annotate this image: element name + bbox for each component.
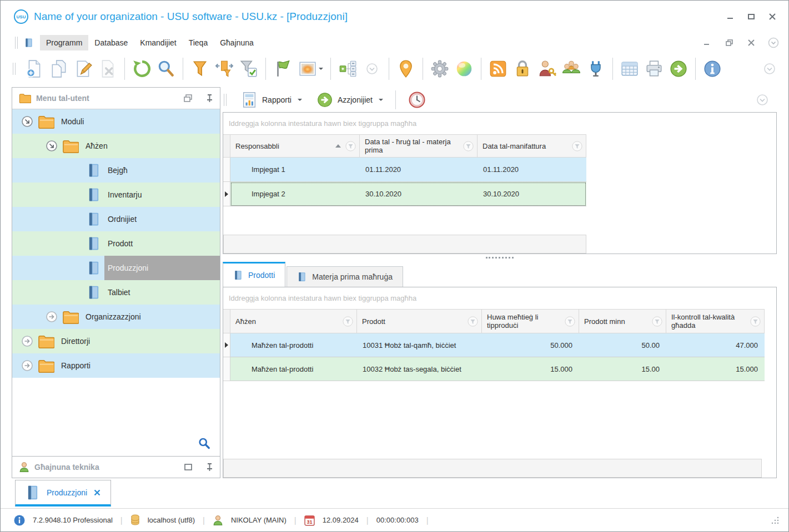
collapse-node-icon[interactable] bbox=[20, 114, 34, 129]
tech-support-header[interactable]: Għajnuna teknika bbox=[12, 456, 220, 478]
splitter-handle[interactable] bbox=[223, 254, 777, 261]
filter-funnel-icon[interactable] bbox=[750, 316, 761, 327]
edit-document-button[interactable] bbox=[72, 57, 94, 81]
menu-item-tieqa[interactable]: Tieqa bbox=[183, 35, 214, 50]
column-header-data-hrug[interactable]: Data tal - ħruġ tal - materja prima bbox=[360, 134, 478, 158]
toolbar-grip[interactable] bbox=[15, 37, 18, 49]
tree-view-button[interactable] bbox=[336, 57, 359, 81]
toolbar-overflow-icon[interactable] bbox=[758, 57, 781, 81]
pin-icon[interactable] bbox=[206, 94, 213, 103]
tree-item-inventarju[interactable]: Inventarju bbox=[12, 183, 220, 207]
print-button[interactable] bbox=[643, 57, 665, 81]
lock-button[interactable] bbox=[511, 57, 534, 81]
document-tab-produzzjoni[interactable]: Produzzjoni bbox=[15, 480, 111, 506]
new-document-button[interactable] bbox=[23, 57, 46, 81]
filter-funnel-icon[interactable] bbox=[468, 316, 478, 327]
filter-funnel-icon[interactable] bbox=[343, 316, 353, 327]
table-row[interactable]: Maħżen tal-prodotti 10031 Ħobż tal-qamħ,… bbox=[223, 333, 776, 357]
filter-funnel-icon[interactable] bbox=[572, 141, 582, 151]
minimize-button[interactable] bbox=[724, 11, 736, 23]
tree-search-icon[interactable] bbox=[198, 437, 211, 450]
mdi-restore-button[interactable] bbox=[723, 37, 735, 49]
menu-item-database[interactable]: Database bbox=[88, 35, 134, 50]
users-group-button[interactable] bbox=[560, 57, 582, 81]
tree-item-rapporti[interactable]: Rapporti bbox=[12, 353, 220, 378]
table-row-selected[interactable]: Impjegat 2 30.10.2020 30.10.2020 bbox=[223, 182, 776, 206]
menubar-overflow-icon[interactable] bbox=[767, 37, 780, 49]
column-header-huwa-mehtieg[interactable]: Huwa meħtieġ li tipproduċi bbox=[482, 309, 579, 333]
filter-funnel-icon[interactable] bbox=[565, 316, 575, 327]
go-arrow-icon bbox=[669, 59, 688, 78]
tree-item-prodott[interactable]: Prodott bbox=[12, 231, 220, 256]
timer-button[interactable] bbox=[403, 89, 431, 111]
filter-range-button[interactable] bbox=[213, 57, 235, 81]
tree-item-produzzjoni[interactable]: Produzzjoni bbox=[12, 256, 220, 280]
colors-button[interactable] bbox=[453, 57, 475, 81]
toolbar-grip[interactable] bbox=[224, 94, 227, 106]
delete-document-button[interactable] bbox=[97, 57, 119, 81]
table-row[interactable]: Maħżen tal-prodotti 10032 Ħobż tas-segal… bbox=[223, 357, 776, 381]
close-tab-icon[interactable] bbox=[94, 489, 100, 496]
rapporti-button[interactable]: Rapporti bbox=[235, 89, 308, 111]
table-button[interactable] bbox=[619, 57, 641, 81]
tree-item-ahzen[interactable]: Aħżen bbox=[12, 134, 220, 158]
mdi-minimize-button[interactable] bbox=[701, 37, 713, 49]
image-dropdown-caret[interactable] bbox=[319, 68, 323, 70]
image-button[interactable] bbox=[296, 57, 325, 81]
rss-icon bbox=[489, 59, 507, 78]
toolbar-grip[interactable] bbox=[13, 63, 16, 75]
actionbar-overflow-icon[interactable] bbox=[751, 88, 773, 112]
tree-item-ordnijiet[interactable]: Ordnijiet bbox=[12, 207, 220, 231]
go-button[interactable] bbox=[667, 57, 690, 81]
rss-button[interactable] bbox=[487, 57, 509, 81]
filter-button[interactable] bbox=[189, 57, 211, 81]
float-panel-icon[interactable] bbox=[184, 94, 192, 103]
expand-node-icon[interactable] bbox=[20, 358, 34, 373]
column-header-kontroll-kwalita[interactable]: Il-kontroll tal-kwalità għadda bbox=[666, 309, 765, 333]
tab-prodotti[interactable]: Prodotti bbox=[223, 262, 285, 287]
column-header-responsabbli[interactable]: Responsabbli bbox=[230, 134, 360, 158]
column-header-ahzen[interactable]: Aħżen bbox=[230, 309, 357, 333]
filter-check-icon bbox=[239, 59, 258, 78]
refresh-button[interactable] bbox=[130, 57, 153, 81]
tree-item-bejgh[interactable]: Bejgħ bbox=[12, 158, 220, 183]
tree-item-organizzazzjoni[interactable]: Organizzazzjoni bbox=[12, 305, 220, 329]
info-button[interactable] bbox=[701, 57, 723, 81]
expand-node-icon[interactable] bbox=[44, 310, 59, 324]
expand-node-icon[interactable] bbox=[20, 334, 34, 348]
column-header-data-manifattura[interactable]: Data tal-manifattura bbox=[478, 134, 586, 158]
copy-document-button[interactable] bbox=[48, 57, 70, 81]
close-button[interactable] bbox=[766, 11, 778, 23]
mdi-close-button[interactable] bbox=[745, 37, 757, 49]
filter-funnel-icon[interactable] bbox=[463, 141, 474, 151]
filter-check-button[interactable] bbox=[238, 57, 260, 81]
user-key-button[interactable] bbox=[536, 57, 558, 81]
filter-funnel-icon[interactable] bbox=[345, 141, 356, 151]
table-row[interactable]: Impjegat 1 01.11.2020 01.11.2020 bbox=[223, 158, 776, 182]
column-header-prodott[interactable]: Prodott bbox=[357, 309, 482, 333]
collapse-node-icon[interactable] bbox=[44, 139, 59, 153]
tree-item-direttorji[interactable]: Direttorji bbox=[12, 329, 220, 353]
tree-item-talbiet[interactable]: Talbiet bbox=[12, 280, 220, 305]
settings-button[interactable] bbox=[429, 57, 451, 81]
filter-funnel-icon[interactable] bbox=[652, 316, 662, 327]
resize-grip[interactable] bbox=[771, 516, 780, 525]
azzjonijiet-button[interactable]: Azzjonijiet bbox=[311, 89, 389, 110]
column-header-prodott-minn[interactable]: Prodott minn bbox=[579, 309, 666, 333]
flag-button[interactable] bbox=[272, 57, 294, 81]
action-toolbar: Rapporti Azzjonijiet bbox=[223, 87, 777, 112]
maximize-panel-icon[interactable] bbox=[184, 464, 192, 470]
toolbar-overflow-icon[interactable] bbox=[361, 57, 383, 81]
tab-materja-prima-mahruga[interactable]: Materja prima maħruġa bbox=[287, 266, 403, 287]
pin-icon[interactable] bbox=[206, 463, 213, 472]
menu-item-programm[interactable]: Programm bbox=[40, 35, 88, 50]
menu-item-kmandijiet[interactable]: Kmandijiet bbox=[134, 35, 182, 50]
search-button[interactable] bbox=[155, 57, 177, 81]
maximize-button[interactable] bbox=[745, 11, 757, 23]
copy-document-icon bbox=[49, 59, 68, 78]
map-pin-button[interactable] bbox=[395, 57, 417, 81]
menu-item-ghajnuna[interactable]: Għajnuna bbox=[214, 35, 260, 50]
plug-button[interactable] bbox=[585, 57, 607, 81]
row-indicator-cell bbox=[223, 333, 230, 357]
tree-item-moduli[interactable]: Moduli bbox=[12, 109, 220, 134]
